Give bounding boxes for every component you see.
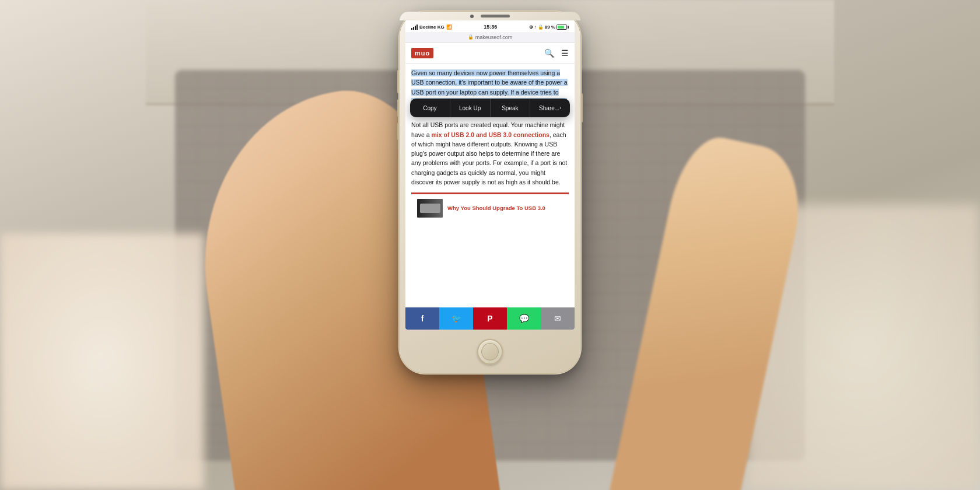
- related-thumbnail: [417, 199, 443, 218]
- battery-tip: [568, 26, 569, 29]
- signal-bar-4: [416, 24, 418, 30]
- home-button-inner: [481, 343, 499, 360]
- wifi-icon: 📶: [446, 24, 452, 30]
- navigation-bar: muo 🔍 ☰: [405, 43, 575, 64]
- whatsapp-icon: 💬: [519, 314, 529, 323]
- lock-icon: 🔒: [538, 24, 544, 30]
- iphone-top-bar: [400, 12, 580, 20]
- address-bar[interactable]: 🔒 makeuseof.com: [405, 32, 575, 43]
- context-copy[interactable]: Copy: [410, 99, 450, 117]
- related-article-title[interactable]: Why You Should Upgrade To USB 3.0: [447, 205, 545, 212]
- background-scene: Beeline KG 📶 15:36 ⊕ ↑ 🔒 89 %: [0, 0, 980, 490]
- muo-logo[interactable]: muo: [411, 48, 433, 58]
- share-bar: f 🐦 P 💬 ✉: [405, 307, 575, 330]
- location-icon: ⊕: [529, 24, 533, 30]
- share-email-button[interactable]: ✉: [541, 307, 575, 330]
- carrier-name: Beeline KG: [419, 24, 444, 30]
- signal-bar-3: [415, 26, 416, 30]
- context-menu: Copy Look Up Speak Share... ›: [410, 99, 570, 117]
- status-left: Beeline KG 📶: [411, 24, 452, 30]
- context-look-up[interactable]: Look Up: [450, 99, 491, 117]
- email-icon: ✉: [554, 314, 561, 323]
- iphone-screen: Beeline KG 📶 15:36 ⊕ ↑ 🔒 89 %: [405, 20, 575, 330]
- url-text: makeuseof.com: [475, 34, 513, 40]
- status-time: 15:36: [484, 24, 497, 30]
- volume-up-button[interactable]: [397, 99, 400, 117]
- share-twitter-button[interactable]: 🐦: [439, 307, 473, 330]
- status-right: ⊕ ↑ 🔒 89 %: [529, 24, 569, 30]
- more-arrow-icon: ›: [559, 105, 561, 111]
- battery-body: [556, 24, 567, 30]
- bg-light-left: [0, 233, 204, 490]
- twitter-icon: 🐦: [452, 314, 461, 323]
- front-camera: [470, 15, 474, 18]
- battery-fill: [558, 26, 564, 29]
- pinterest-icon: P: [487, 314, 492, 323]
- related-article[interactable]: Why You Should Upgrade To USB 3.0: [411, 192, 569, 222]
- iphone-frame: Beeline KG 📶 15:36 ⊕ ↑ 🔒 89 %: [400, 12, 580, 373]
- facebook-icon: f: [421, 314, 424, 323]
- power-button[interactable]: [580, 93, 583, 123]
- menu-icon[interactable]: ☰: [561, 48, 569, 58]
- share-pinterest-button[interactable]: P: [473, 307, 507, 330]
- home-button[interactable]: [477, 339, 503, 365]
- battery-percent: 89 %: [545, 24, 555, 30]
- volume-down-button[interactable]: [397, 123, 400, 140]
- share-facebook-button[interactable]: f: [405, 307, 439, 330]
- usb-link[interactable]: mix of USB 2.0 and USB 3.0 connections: [431, 131, 549, 138]
- status-bar: Beeline KG 📶 15:36 ⊕ ↑ 🔒 89 %: [405, 20, 575, 32]
- article-paragraph-2: Not all USB ports are created equal. You…: [411, 120, 569, 187]
- article-body: Given so many devices now power themselv…: [405, 64, 575, 227]
- signal-bar-2: [413, 27, 414, 30]
- address-lock-icon: 🔒: [468, 34, 474, 40]
- signal-bar-1: [411, 28, 412, 30]
- signal-bars: [411, 24, 418, 30]
- arrow-icon: ↑: [534, 24, 537, 30]
- search-icon[interactable]: 🔍: [544, 48, 554, 58]
- screen-content: Beeline KG 📶 15:36 ⊕ ↑ 🔒 89 %: [405, 20, 575, 330]
- context-share[interactable]: Share... ›: [530, 99, 570, 117]
- share-whatsapp-button[interactable]: 💬: [507, 307, 541, 330]
- content-area: Copy Look Up Speak Share... ›: [405, 64, 575, 307]
- nav-icons: 🔍 ☰: [544, 48, 569, 58]
- iphone-device: Beeline KG 📶 15:36 ⊕ ↑ 🔒 89 %: [400, 12, 580, 373]
- paragraph2-end: , each of which might have different out…: [411, 131, 567, 186]
- battery-icon: [556, 24, 569, 30]
- context-speak[interactable]: Speak: [491, 99, 531, 117]
- earpiece: [481, 15, 510, 18]
